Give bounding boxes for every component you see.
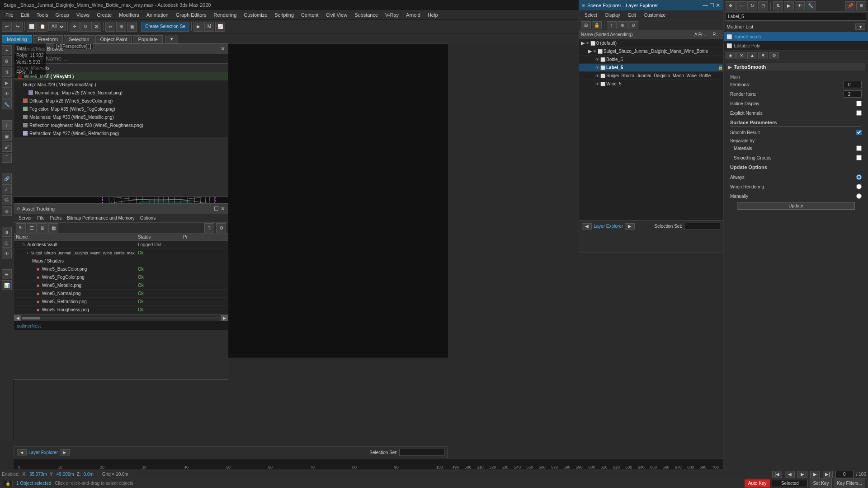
snap-toggle[interactable]: 🔗	[2, 174, 12, 183]
mod-remove[interactable]: ✕	[736, 52, 746, 59]
le-scroll-right[interactable]: ▶	[60, 449, 70, 455]
material-editor-button[interactable]: M	[204, 22, 214, 32]
box-icon-4[interactable]: ⬜	[600, 74, 605, 78]
se-menu-edit[interactable]: Edit	[625, 12, 640, 19]
display-tool[interactable]: 👁	[2, 89, 12, 99]
mp-rotate-btn[interactable]: ↻	[747, 1, 757, 10]
eye-icon-5[interactable]: 👁	[595, 82, 599, 86]
box-icon-2[interactable]: ⬜	[600, 57, 605, 62]
se-row-wine5[interactable]: 👁 ⬜ Wine_5	[579, 80, 723, 88]
at-tile-view[interactable]: ▦	[48, 223, 58, 233]
menu-scripting[interactable]: Scripting	[271, 11, 297, 19]
lasso-sel[interactable]: ⌒	[2, 153, 12, 163]
mb-minimize[interactable]: —	[213, 46, 219, 52]
mp-motion-btn[interactable]: ▶	[784, 1, 794, 10]
asset-row-maps[interactable]: Maps / Shaders	[14, 257, 228, 265]
se-sort-btn[interactable]: ↕	[607, 21, 617, 29]
menu-views[interactable]: Views	[73, 11, 93, 19]
box-icon-0[interactable]: ⬜	[590, 41, 595, 46]
align-button[interactable]: ⊞	[116, 22, 126, 32]
go-to-start-btn[interactable]: |◀	[772, 471, 782, 478]
se-menu-select[interactable]: Select	[581, 12, 601, 19]
box-icon-5[interactable]: ⬜	[600, 82, 605, 86]
mod-configure[interactable]: ⚙	[769, 52, 779, 59]
rotate-button[interactable]: ↻	[80, 22, 90, 32]
select-by-name-button[interactable]: 📋	[38, 22, 47, 32]
create-selection-button[interactable]: Create Selection Se	[141, 22, 189, 32]
status-viewport-lock[interactable]: 🔒	[3, 480, 13, 487]
selection-filter-select[interactable]: All	[48, 22, 66, 31]
eye-icon-4[interactable]: 👁	[595, 74, 599, 78]
box-icon-1[interactable]: ⬜	[598, 49, 603, 54]
tab-options[interactable]: ▾	[165, 35, 178, 43]
menu-customize[interactable]: Customize	[240, 11, 271, 19]
col-pr[interactable]: Pr	[181, 234, 204, 240]
se-selection-set-input[interactable]	[684, 223, 720, 230]
menu-graph-editors[interactable]: Graph Editors	[172, 11, 210, 19]
render-button[interactable]: ▶	[193, 22, 203, 32]
utilities-tool[interactable]: 🔧	[2, 99, 12, 109]
ts-update-button[interactable]: Update	[737, 202, 855, 210]
extended-timeline[interactable]: 490 500 510 520 530 540 550 560 570 580 …	[448, 458, 723, 470]
at-refresh[interactable]: ↻	[16, 223, 26, 233]
frame-input[interactable]	[835, 471, 854, 478]
box-icon-3[interactable]: ⬜	[600, 66, 605, 70]
menu-animation[interactable]: Animation	[143, 11, 172, 19]
hierarchy-tool[interactable]: ⇅	[2, 67, 12, 77]
mod-move-down[interactable]: ▼	[758, 52, 768, 59]
menu-arnold[interactable]: Arnold	[402, 11, 424, 19]
se-menu-display[interactable]: Display	[602, 12, 624, 19]
material-row-fog[interactable]: Fog color: Map #35 (Wine5_FogColor.png)	[14, 105, 228, 113]
eye-icon-3[interactable]: 👁	[595, 66, 599, 70]
at-scrollthumb[interactable]	[22, 317, 40, 319]
asset-row-vault[interactable]: ⊙ Autodesk Vault Logged Out ...	[14, 241, 228, 249]
material-row-wine5mat[interactable]: Wine5_MAT ( VRayMtl )	[14, 72, 228, 80]
at-detail-view[interactable]: ⊞	[38, 223, 47, 233]
menu-content[interactable]: Content	[297, 11, 322, 19]
at-close[interactable]: ✕	[221, 206, 225, 212]
mb-title-controls[interactable]: — ✕	[213, 46, 225, 52]
mb-close[interactable]: ✕	[221, 46, 225, 52]
asset-row-normal[interactable]: ■ Wine5_Normal.png Ok	[14, 290, 228, 298]
menu-vray[interactable]: V-Ray	[382, 11, 402, 19]
asset-row-max[interactable]: ▪ Suigei_Shuzo_Junmai_Daiginjo_Mann_Wine…	[14, 249, 228, 257]
mirror-button[interactable]: ⇔	[105, 22, 115, 32]
at-minimize[interactable]: —	[207, 206, 212, 212]
menu-modifiers[interactable]: Modifiers	[115, 11, 143, 19]
viewport-shading[interactable]: ◑	[2, 227, 12, 237]
le-scroll-left[interactable]: ◀	[17, 449, 27, 455]
key-filters-button[interactable]: Key Filters...	[834, 479, 865, 488]
at-menu-options[interactable]: Options	[137, 216, 158, 221]
modifier-item-turbosmooth[interactable]: ⬜ TurboSmooth	[724, 32, 868, 41]
menu-tools[interactable]: Tools	[33, 11, 52, 19]
asset-row-roughness[interactable]: ■ Wine5_Roughness.png Ok	[14, 306, 228, 314]
menu-edit[interactable]: Edit	[17, 11, 33, 19]
eye-icon-1[interactable]: 👁	[593, 49, 597, 54]
ts-always-radio[interactable]	[856, 174, 862, 180]
play-btn[interactable]: ▶	[797, 471, 807, 478]
at-menu-server[interactable]: Server	[16, 216, 34, 221]
asset-row-basecolor[interactable]: ■ Wine5_BaseColor.png Ok	[14, 265, 228, 273]
mp-right-btns[interactable]: 📌 ⚙	[845, 1, 866, 10]
auto-key-button[interactable]: Auto Key	[745, 479, 770, 488]
angle-snap[interactable]: ∠	[2, 184, 12, 194]
at-scroll-right[interactable]: ▶	[221, 315, 228, 321]
mp-move-btn[interactable]: ↔	[736, 1, 746, 10]
spinner-snap[interactable]: ⊕	[2, 206, 12, 216]
asset-row-fogcolor[interactable]: ■ Wine5_FogColor.png Ok	[14, 273, 228, 282]
ts-when-rendering-radio[interactable]	[856, 184, 862, 189]
select-move[interactable]: ↕	[2, 120, 12, 130]
se-row-label5[interactable]: 👁 ⬜ Label_5 🔒	[579, 64, 723, 72]
tab-object-paint[interactable]: Object Paint	[95, 35, 132, 43]
menu-group[interactable]: Group	[52, 11, 73, 19]
col-name[interactable]: Name	[14, 234, 136, 240]
redo-button[interactable]: ↪	[13, 22, 23, 32]
at-menu-bitmap[interactable]: Bitmap Performance and Memory	[64, 216, 137, 221]
at-menu-file[interactable]: File	[34, 216, 47, 221]
material-row-refraction[interactable]: Refraction: Map #27 (Wine5_Refraction.pn…	[14, 129, 228, 137]
scale-button[interactable]: ⊠	[91, 22, 101, 32]
ts-render-iters-input[interactable]	[844, 90, 862, 98]
undo-button[interactable]: ↩	[2, 22, 12, 32]
material-row-diffuse[interactable]: Diffuse: Map #26 (Wine5_BaseColor.png)	[14, 97, 228, 105]
material-row-normal[interactable]: Normal map: Map #25 (Wine5_Normal.png)	[14, 89, 228, 97]
